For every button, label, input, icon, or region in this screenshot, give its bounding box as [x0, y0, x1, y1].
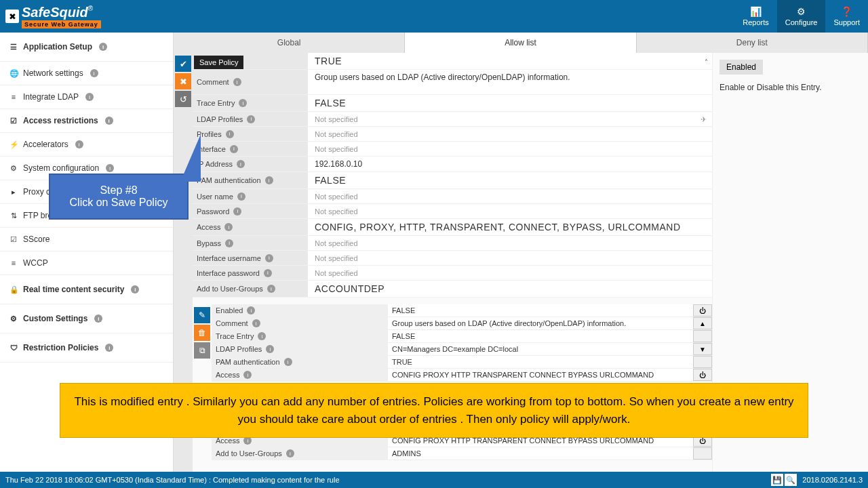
info-icon[interactable]: i	[99, 43, 107, 51]
up-icon[interactable]: ▲	[693, 317, 712, 329]
info-icon[interactable]: i	[224, 223, 233, 231]
comment-input[interactable]: Group users based on LDAP (Active direct…	[308, 70, 712, 94]
pass-value[interactable]: Not specified	[308, 205, 712, 218]
logo-icon: ✖	[5, 9, 19, 23]
info-icon[interactable]: i	[233, 78, 241, 86]
sidebar-ldap[interactable]: ≡Integrate LDAPi	[0, 85, 173, 109]
info-icon[interactable]: i	[265, 254, 273, 262]
logo: ✖ SafeSquid® Secure Web Gateway	[5, 5, 101, 28]
top-bar: ✖ SafeSquid® Secure Web Gateway 📊Reports…	[0, 0, 868, 33]
info-icon[interactable]: i	[94, 314, 102, 323]
info-icon[interactable]: i	[252, 319, 260, 327]
info-icon[interactable]: i	[105, 117, 113, 125]
info-icon[interactable]: i	[264, 269, 272, 277]
info-icon[interactable]: i	[105, 344, 113, 352]
info-icon[interactable]: i	[239, 99, 247, 107]
edit-entry-button[interactable]: ✎	[194, 307, 210, 323]
ip-value[interactable]: 192.168.0.10	[308, 157, 712, 171]
info-icon[interactable]: i	[90, 69, 98, 77]
info-icon[interactable]: i	[233, 207, 241, 216]
sidebar-accel[interactable]: ⚡Acceleratorsi	[0, 133, 173, 157]
nav-configure[interactable]: ⚙Configure	[777, 0, 826, 33]
send-icon[interactable]: ✈	[701, 115, 707, 124]
save-tooltip: Save Policy	[194, 56, 243, 69]
info-icon[interactable]: i	[247, 115, 255, 123]
ldap-value[interactable]: Not specified✈	[308, 113, 712, 126]
step-callout: Step #8 Click on Save Policy	[49, 174, 189, 220]
cancel-button[interactable]: ✖	[175, 73, 191, 89]
collapse-icon[interactable]: ˄	[705, 58, 708, 66]
info-icon[interactable]: i	[237, 192, 245, 201]
profiles-value[interactable]: Not specified	[308, 127, 712, 141]
interface-value[interactable]: Not specified	[308, 142, 712, 156]
copy-entry-button[interactable]: ⧉	[194, 342, 210, 359]
info-icon[interactable]: i	[226, 130, 234, 138]
info-icon[interactable]: i	[267, 285, 275, 293]
brand-name: SafeSquid	[22, 5, 88, 20]
sidebar-access[interactable]: ☑Access restrictionsi	[0, 109, 173, 133]
brand-tagline: Secure Web Gateway	[22, 20, 101, 28]
power-icon[interactable]: ⏻	[693, 369, 712, 381]
tabs: Global Allow list Deny list	[174, 33, 868, 53]
nav-right: 📊Reports ⚙Configure ❓Support	[734, 0, 868, 33]
info-icon[interactable]: i	[225, 239, 233, 247]
help-text: Enable or Disable this Entry.	[719, 83, 861, 92]
shield-icon: 🛡	[9, 344, 18, 352]
instruction-note: This is modified entry . Similarly you c…	[60, 383, 808, 438]
iuser-value[interactable]: Not specified	[308, 251, 712, 265]
enabled-value[interactable]: TRUE	[308, 53, 712, 69]
nav-reports[interactable]: 📊Reports	[734, 0, 777, 33]
info-icon[interactable]: i	[284, 358, 292, 366]
sidebar-restrict[interactable]: 🛡Restriction Policiesi	[0, 333, 173, 363]
info-icon[interactable]: i	[266, 345, 274, 353]
tab-allow[interactable]: Allow list	[405, 33, 636, 53]
power-icon[interactable]: ⏻	[693, 304, 712, 317]
sidebar-network[interactable]: 🌐Network settingsi	[0, 62, 173, 85]
info-icon[interactable]: i	[131, 285, 139, 293]
sidebar-custom[interactable]: ⚙Custom Settingsi	[0, 304, 173, 333]
tab-global[interactable]: Global	[174, 33, 405, 53]
entry-1: ✎ 🗑 ⧉ EnablediFALSE⏻ CommentiGroup users…	[193, 304, 712, 382]
sidebar-rtcs[interactable]: 🔒Real time content securityi	[0, 275, 173, 304]
sidebar-section[interactable]: ☰Application Setupi	[0, 33, 173, 62]
gear-icon: ⚙	[797, 6, 806, 17]
trace-value[interactable]: FALSE	[308, 95, 712, 111]
groups-value[interactable]: ACCOUNTDEP	[308, 281, 712, 297]
help-icon: ❓	[841, 6, 852, 17]
sliders-icon: ⚙	[9, 314, 18, 323]
nav-support[interactable]: ❓Support	[825, 0, 868, 33]
info-icon[interactable]: i	[247, 306, 255, 314]
list-icon: ☰	[9, 43, 18, 52]
tab-deny[interactable]: Deny list	[637, 33, 868, 53]
info-icon[interactable]: i	[286, 449, 294, 458]
pam-value[interactable]: FALSE	[308, 172, 712, 188]
user-value[interactable]: Not specified	[308, 190, 712, 203]
save-policy-button[interactable]: ✔Save Policy	[175, 56, 191, 72]
info-icon[interactable]: i	[230, 145, 238, 153]
access-value[interactable]: CONFIG, PROXY, HTTP, TRANSPARENT, CONNEC…	[308, 219, 712, 235]
info-icon[interactable]: i	[258, 332, 266, 340]
info-icon[interactable]: i	[265, 176, 273, 184]
sidebar-wccp[interactable]: ≡WCCP	[0, 251, 173, 275]
info-icon[interactable]: i	[243, 371, 252, 379]
delete-entry-button[interactable]: 🗑	[194, 325, 210, 341]
chart-icon: 📊	[750, 6, 762, 17]
lock-icon: 🔒	[9, 285, 18, 294]
info-icon[interactable]: i	[237, 160, 245, 168]
sidebar-sscore[interactable]: ☑SScore	[0, 228, 173, 251]
info-icon[interactable]: i	[75, 140, 83, 148]
ipass-value[interactable]: Not specified	[308, 266, 712, 280]
info-icon[interactable]: i	[85, 93, 94, 101]
undo-button[interactable]: ↺	[175, 91, 191, 107]
info-icon[interactable]: i	[106, 164, 114, 172]
bypass-value[interactable]: Not specified	[308, 237, 712, 250]
down-icon[interactable]: ▼	[693, 343, 712, 355]
enabled-badge: Enabled	[719, 60, 763, 75]
